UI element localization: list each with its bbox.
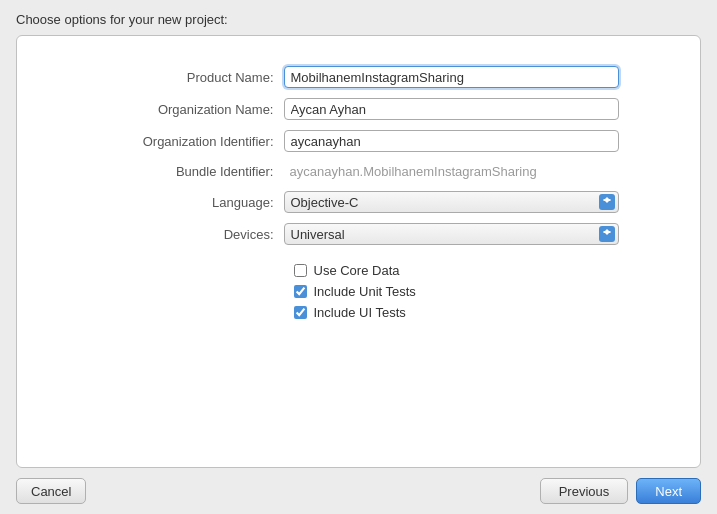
use-core-data-checkbox[interactable] (294, 264, 307, 277)
bundle-identifier-label: Bundle Identifier: (99, 164, 284, 179)
include-ui-tests-row: Include UI Tests (294, 305, 619, 320)
organization-name-label: Organization Name: (99, 102, 284, 117)
devices-label: Devices: (99, 227, 284, 242)
footer: Cancel Previous Next (0, 468, 717, 514)
use-core-data-label: Use Core Data (314, 263, 400, 278)
include-unit-tests-row: Include Unit Tests (294, 284, 619, 299)
product-name-input[interactable] (284, 66, 619, 88)
organization-identifier-row: Organization Identifier: (99, 130, 619, 152)
include-ui-tests-checkbox[interactable] (294, 306, 307, 319)
language-select[interactable]: Objective-C Swift (284, 191, 619, 213)
use-core-data-row: Use Core Data (294, 263, 619, 278)
include-unit-tests-checkbox[interactable] (294, 285, 307, 298)
language-row: Language: Objective-C Swift (99, 191, 619, 213)
next-button[interactable]: Next (636, 478, 701, 504)
include-unit-tests-label: Include Unit Tests (314, 284, 416, 299)
organization-name-input[interactable] (284, 98, 619, 120)
devices-select-wrapper: Universal iPhone iPad (284, 223, 619, 245)
language-label: Language: (99, 195, 284, 210)
language-select-wrapper: Objective-C Swift (284, 191, 619, 213)
title-text: Choose options for your new project: (16, 12, 228, 27)
organization-name-row: Organization Name: (99, 98, 619, 120)
devices-select[interactable]: Universal iPhone iPad (284, 223, 619, 245)
organization-identifier-label: Organization Identifier: (99, 134, 284, 149)
checkboxes-area: Use Core Data Include Unit Tests Include… (99, 263, 619, 326)
include-ui-tests-label: Include UI Tests (314, 305, 406, 320)
bundle-identifier-row: Bundle Identifier: aycanayhan.Mobilhanem… (99, 162, 619, 181)
footer-right: Previous Next (540, 478, 701, 504)
product-name-label: Product Name: (99, 70, 284, 85)
organization-identifier-input[interactable] (284, 130, 619, 152)
dialog-body: Product Name: Organization Name: Organiz… (16, 35, 701, 468)
dialog-title: Choose options for your new project: (0, 0, 717, 35)
bundle-identifier-value: aycanayhan.MobilhanemInstagramSharing (284, 162, 619, 181)
cancel-button[interactable]: Cancel (16, 478, 86, 504)
form-area: Product Name: Organization Name: Organiz… (37, 66, 680, 447)
product-name-row: Product Name: (99, 66, 619, 88)
previous-button[interactable]: Previous (540, 478, 629, 504)
devices-row: Devices: Universal iPhone iPad (99, 223, 619, 245)
